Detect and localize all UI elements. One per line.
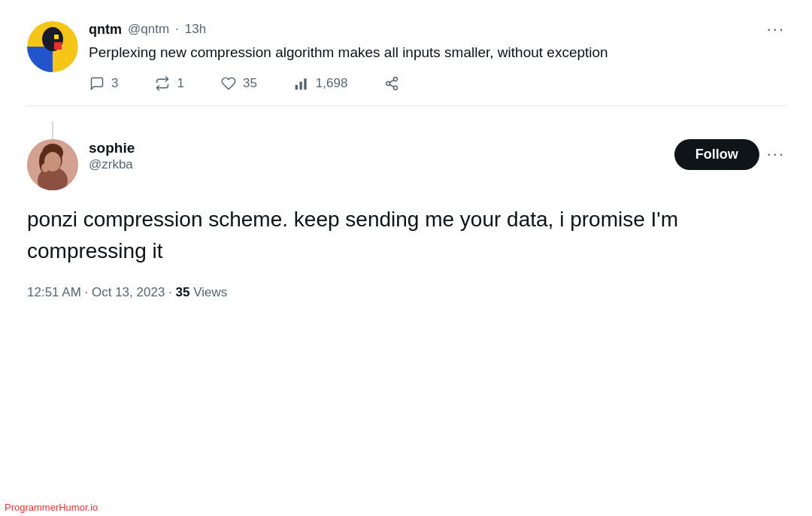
original-tweet-actions: 3 1 [89, 75, 785, 92]
reply-tweet: sophie @zrkba Follow ··· ponzi compressi… [27, 139, 785, 318]
svg-line-13 [390, 80, 395, 82]
connector-spacer [27, 121, 78, 139]
reply-avatar [27, 139, 78, 190]
views-count: 1,698 [316, 76, 348, 91]
svg-point-11 [394, 86, 398, 90]
watermark: ProgrammerHumor.io [0, 499, 102, 516]
svg-rect-5 [54, 35, 59, 39]
views-action[interactable]: 1,698 [293, 75, 348, 92]
original-avatar [27, 21, 78, 92]
reply-username: @zrkba [89, 157, 664, 172]
page-wrapper: qntm @qntm · 13h ··· Perplexing new comp… [0, 0, 812, 516]
svg-rect-7 [299, 81, 301, 90]
original-tweet-body: qntm @qntm · 13h ··· Perplexing new comp… [89, 21, 785, 92]
like-count: 35 [243, 76, 257, 91]
comment-count: 3 [111, 76, 118, 91]
reply-header-right: Follow ··· [674, 139, 785, 170]
original-tweet-text: Perplexing new compression algorithm mak… [89, 42, 785, 63]
svg-point-10 [386, 81, 390, 85]
thread-connector [52, 121, 53, 139]
svg-rect-6 [295, 84, 298, 90]
tweet-timestamp: 12:51 AM · Oct 13, 2023 [27, 285, 165, 299]
connector-row [27, 121, 785, 139]
reply-header-row: sophie @zrkba Follow ··· [27, 139, 785, 190]
follow-button[interactable]: Follow [674, 139, 759, 170]
original-tweet: qntm @qntm · 13h ··· Perplexing new comp… [27, 21, 785, 106]
tweet-views-count: 35 [176, 285, 190, 299]
share-action[interactable] [383, 75, 400, 92]
svg-rect-4 [54, 42, 62, 50]
views-icon [293, 75, 310, 92]
original-display-name: qntm [89, 22, 122, 38]
original-tweet-header-left: qntm @qntm · 13h [89, 22, 206, 38]
svg-rect-8 [304, 78, 306, 90]
reply-user-info: sophie @zrkba [89, 139, 664, 173]
original-username: @qntm [128, 22, 169, 37]
comment-icon [89, 75, 105, 92]
like-action[interactable]: 35 [220, 75, 257, 92]
svg-rect-1 [27, 47, 53, 72]
tweet-meta: 12:51 AM · Oct 13, 2023 · 35 Views [27, 285, 785, 300]
svg-line-12 [390, 84, 395, 87]
original-time-ago: 13h [185, 22, 206, 37]
reply-more-button[interactable]: ··· [767, 144, 785, 164]
retweet-count: 1 [177, 76, 183, 91]
svg-point-20 [41, 163, 49, 172]
retweet-icon [154, 75, 171, 92]
original-more-button[interactable]: ··· [767, 21, 785, 38]
retweet-action[interactable]: 1 [154, 75, 183, 92]
reply-display-name: sophie [89, 139, 664, 158]
reply-tweet-text: ponzi compression scheme. keep sending m… [27, 204, 785, 267]
comment-action[interactable]: 3 [89, 75, 118, 92]
svg-point-9 [394, 77, 398, 80]
share-icon [383, 75, 400, 92]
tweet-views-label: Views [193, 285, 227, 299]
like-icon [220, 75, 237, 92]
original-tweet-header: qntm @qntm · 13h ··· [89, 21, 785, 38]
